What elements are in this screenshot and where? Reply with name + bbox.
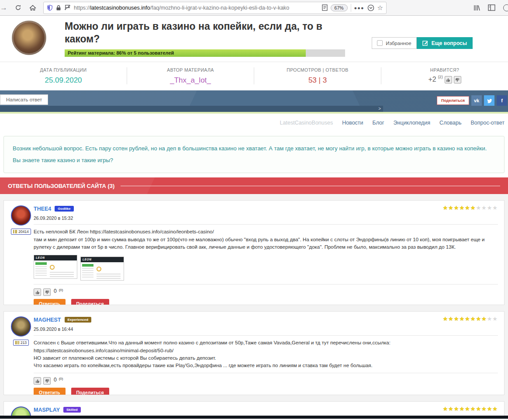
user-rank-badge: Experienced [65,317,92,323]
scroll-bar: > [0,106,383,112]
share-button[interactable]: Поделиться [437,96,469,105]
answer-username[interactable]: MAGHEST [34,317,61,323]
meta-strip: ДАТА ПУБЛИКАЦИИ 25.09.2020 АВТОР МАТЕРИА… [0,62,508,90]
answer-date: 25.09.2020 в 16:44 [34,326,91,332]
permissions-icon[interactable] [64,5,71,10]
answer-share-button[interactable]: Поделиться [71,299,109,305]
vk-icon[interactable]: vk [471,95,482,106]
answer-star-rating[interactable]: ★★★★★★★★★★ [442,406,498,412]
question-author-avatar [12,21,46,55]
rank-bars-icon [15,341,19,344]
answer-attachment-thumbnail[interactable]: LEON [34,255,77,279]
likes-count: +2 [428,76,436,83]
favorite-checkbox[interactable] [377,40,383,46]
library-icon[interactable] [473,4,480,11]
thumbs-up-button[interactable] [445,76,452,83]
meta-likes: НРАВИТСЯ? +2 (2) [381,67,508,84]
twitter-icon[interactable] [484,95,494,106]
answer-attachment-thumbnail[interactable]: LEON [80,257,124,281]
answer-share-button[interactable]: Поделиться [71,388,109,395]
author-link[interactable]: _Thx_a_lot_ [127,76,254,85]
thumbs-down-button[interactable] [454,76,461,83]
answer-date: 26.09.2020 в 15:32 [34,215,74,221]
answer-star-rating[interactable]: ★★★★★★★★★★ [442,205,498,211]
likes-sup: (2) [438,75,443,79]
more-questions-button[interactable]: Еще вопросы [417,37,473,49]
home-button[interactable] [29,4,36,11]
avatar [11,205,31,226]
pocket-icon[interactable] [367,4,374,11]
answer-card: 213 MAGHESTExperienced 25.09.2020 в 16:4… [3,311,505,395]
reply-button[interactable]: Ответить [34,388,66,395]
tracking-shield-icon[interactable] [47,4,53,11]
answer-thumbs-down-button[interactable] [43,288,51,296]
answers-section-header: ОТВЕТЫ ПОЛЬЗОВАТЕЛЕЙ САЙТА (3) [0,177,508,194]
compose-icon [422,40,428,46]
nav-link-blog[interactable]: Блог [373,120,384,126]
avatar [11,406,31,416]
bookmark-star-icon[interactable]: ☆ [377,4,383,11]
answer-card: MASPLAYSkilled 25.09.2020 в 15:33 ★★★★★★… [3,401,505,416]
lock-icon[interactable] [56,5,61,11]
nav-link-news[interactable]: Новости [342,120,363,126]
scroll-right-chevron[interactable]: > [378,107,383,111]
user-points-badge: 213 [13,340,29,346]
sidebar-icon[interactable] [488,4,495,11]
forward-button[interactable]: → [0,3,7,12]
answer-link-line[interactable]: Есть неплохой БК Леон https://latestcasi… [34,228,498,236]
answer-like-count: 0 [54,288,57,294]
nav-link-encyclopedia[interactable]: Энциклопедия [394,120,431,126]
url-text: https://latestcasinobonuses.info/faq/moz… [74,5,319,11]
answer-username[interactable]: THEE4 [34,206,51,212]
rank-bars-icon [13,230,17,233]
answer-star-rating[interactable]: ★★★★★★★★★★ [442,316,498,322]
action-band: Написать ответ > Поделиться vk f [0,90,508,112]
page-title: Можно ли играть в казино на копейки, есл… [65,20,327,45]
rating-label: Рейтинг материала: 86% от 5 пользователе… [68,50,174,56]
meta-views-answers: ПРОСМОТРОВ | ОТВЕТОВ 53 | 3 [254,67,381,84]
question-header: Можно ли играть в казино на копейки, есл… [0,16,508,62]
zoom-level-badge[interactable]: 67% [331,4,348,11]
material-rating-bar: Рейтинг материала: 86% от 5 пользователе… [65,49,345,57]
favorite-label: Избранное [386,41,411,46]
answer-thumbs-down-button[interactable] [43,377,51,385]
answers-list: 20414 THEE4Godlike 26.09.2020 в 15:32 ★★… [0,194,508,416]
answer-link-line[interactable]: https://latestcasinobonuses.info/casino/… [34,347,498,354]
answer-thumbs-up-button[interactable] [34,377,41,385]
page-actions-icon[interactable]: ●●● [354,5,364,10]
reader-mode-icon[interactable] [322,4,328,11]
answer-card: 20414 THEE4Godlike 26.09.2020 в 15:32 ★★… [3,200,505,305]
site-subnav: LatestCasinoBonuses Новости Блог Энцикло… [0,114,508,132]
answer-thumbs-up-button[interactable] [34,288,41,296]
answer-text: Есть неплохой БК Леон https://latestcasi… [34,228,498,251]
user-rank-badge: Godlike [55,206,73,212]
url-bar[interactable]: https://latestcasinobonuses.info/faq/moz… [43,2,387,14]
user-points-badge: 20414 [11,229,31,235]
answer-text: Согласен с Выше ответившими.Что на данны… [34,339,498,369]
browser-toolbar: → https://latestcasinobonuses.info/faq/m… [0,0,508,16]
user-rank-badge: Skilled [63,407,81,413]
meta-publication-date: ДАТА ПУБЛИКАЦИИ 25.09.2020 [0,67,127,84]
nav-link-qa[interactable]: Вопрос-ответ [470,120,505,126]
meta-author: АВТОР МАТЕРИАЛА _Thx_a_lot_ [127,67,254,84]
avatar [11,316,31,337]
reload-button[interactable] [14,4,22,11]
nav-link-dictionary[interactable]: Словарь [439,120,461,126]
reply-button[interactable]: Ответить [34,299,66,305]
facebook-icon[interactable]: f [497,95,507,106]
nav-brand[interactable]: LatestCasinoBonuses [280,120,333,126]
bottom-strip [0,416,508,419]
account-icon[interactable] [503,4,508,11]
question-body: Возник небольшой вопрос. Есть пару сотен… [3,136,505,173]
favorite-toggle[interactable]: Избранное [372,37,416,49]
write-answer-button[interactable]: Написать ответ [0,94,48,105]
answer-like-count: 0 [54,377,57,383]
answer-username[interactable]: MASPLAY [34,407,60,413]
